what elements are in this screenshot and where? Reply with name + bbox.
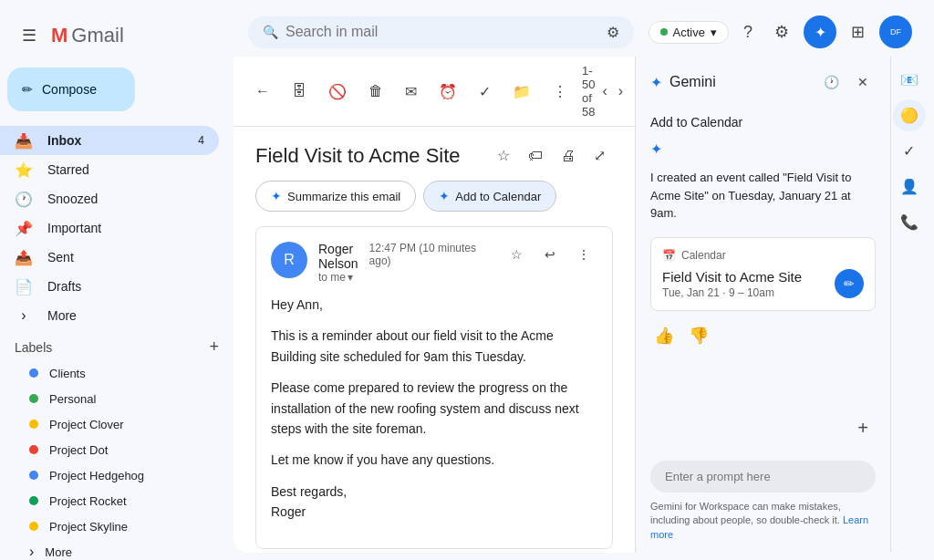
label-project-dot[interactable]: Project Dot <box>15 437 204 462</box>
gemini-action-label: Add to Calendar <box>650 115 876 130</box>
label-button[interactable]: 🏷 <box>521 141 550 170</box>
labels-more-label: More <box>45 545 72 559</box>
sidebar-item-snoozed[interactable]: 🕐 Snoozed <box>0 184 219 213</box>
topbar-right: Active ▾ ? ⚙ ✦ ⊞ DF <box>649 15 912 49</box>
sidebar: ☰ M Gmail ✏ Compose 📥 Inbox 4 ⭐ Starred … <box>0 0 234 560</box>
summarize-label: Summarize this email <box>287 190 400 203</box>
calendar-icon: 📅 <box>662 249 676 262</box>
calendar-card-header: 📅 Calendar <box>662 249 864 262</box>
move-button[interactable]: 📁 <box>505 78 538 106</box>
labels-more-button[interactable]: › More <box>15 539 219 560</box>
strip-tasks-button[interactable]: ✓ <box>896 135 922 167</box>
more-message-button[interactable]: ⋮ <box>570 242 597 267</box>
strip-keep-button[interactable]: 🟡 <box>893 99 926 131</box>
gemini-star-icon: ✦ <box>271 189 282 203</box>
label-name: Project Clover <box>49 418 124 431</box>
summarize-button[interactable]: ✦ Summarize this email <box>255 181 416 212</box>
thumbsdown-button[interactable]: 👎 <box>685 322 712 349</box>
report-button[interactable]: 🚫 <box>321 78 354 106</box>
gemini-close-button[interactable]: ✕ <box>850 67 876 97</box>
more-button[interactable]: ⋮ <box>545 78 575 106</box>
chevron-down-icon: › <box>15 307 33 324</box>
right-strip: 📧 🟡 ✓ 👤 📞 <box>890 57 927 553</box>
next-email-button[interactable]: › <box>615 79 627 103</box>
snooze-button[interactable]: ⏰ <box>431 78 464 106</box>
strip-mail-button[interactable]: 📧 <box>893 64 926 96</box>
compose-button[interactable]: ✏ Compose <box>7 67 135 111</box>
active-label: Active <box>673 26 705 39</box>
gemini-prompt-input[interactable] <box>650 461 876 493</box>
sidebar-item-starred[interactable]: ⭐ Starred <box>0 155 219 184</box>
sidebar-item-label: Important <box>47 221 101 235</box>
active-status[interactable]: Active ▾ <box>649 21 729 44</box>
edit-event-button[interactable]: ✏ <box>835 269 864 298</box>
label-project-clover[interactable]: Project Clover <box>15 411 204 437</box>
sidebar-top: ☰ M Gmail ✏ Compose <box>0 7 234 119</box>
add-label-button[interactable]: + <box>209 337 219 357</box>
add-to-calendar-button[interactable]: ✦ Add to Calendar <box>423 181 556 212</box>
strip-contacts-button[interactable]: 👤 <box>893 171 926 202</box>
thumbsup-button[interactable]: 👍 <box>650 322 678 349</box>
inbox-badge: 4 <box>198 134 204 147</box>
label-project-rocket[interactable]: Project Rocket <box>15 488 204 513</box>
help-button[interactable]: ? <box>736 16 760 49</box>
labels-section: Labels + Clients Personal Project Clover… <box>0 330 234 560</box>
email-timestamp: 12:47 PM (10 minutes ago) <box>369 242 496 267</box>
search-icon: 🔍 <box>263 25 278 39</box>
email-subject: Field Visit to Acme Site ☆ 🏷 🖨 ⤢ <box>255 141 613 170</box>
pagination: 1-50 of 58 ‹ › <box>582 64 627 119</box>
label-personal[interactable]: Personal <box>15 386 204 411</box>
print-button[interactable]: 🖨 <box>554 141 583 170</box>
archive-button[interactable]: 🗄 <box>285 78 314 105</box>
compose-icon: ✏ <box>22 82 33 97</box>
labels-header: Labels + <box>15 337 219 357</box>
gemini-history-button[interactable]: 🕐 <box>816 67 846 97</box>
disclaimer-text: Gemini for Workspace can make mistakes, … <box>650 501 841 525</box>
search-bar[interactable]: 🔍 ⚙ <box>248 16 634 48</box>
subject-icons: ☆ 🏷 🖨 ⤢ <box>490 141 613 170</box>
important-icon: 📌 <box>15 220 33 237</box>
mark-unread-button[interactable]: ✉ <box>398 78 424 106</box>
star-button[interactable]: ☆ <box>490 141 517 170</box>
back-button[interactable]: ← <box>248 78 277 105</box>
gemini-button[interactable]: ✦ <box>804 16 836 48</box>
label-name: Clients <box>49 367 86 380</box>
email-main: ← 🗄 🚫 🗑 ✉ ⏰ ✓ 📁 ⋮ 1-50 of 58 ‹ › Field V… <box>234 57 635 553</box>
sender-name: Roger Nelson <box>318 242 358 271</box>
sender-avatar: R <box>271 242 307 278</box>
label-project-skyline[interactable]: Project Skyline <box>15 513 204 539</box>
strip-meet-button[interactable]: 📞 <box>893 206 926 238</box>
gemini-body: Add to Calendar ✦ I created an event cal… <box>636 108 890 407</box>
chevron-down-icon[interactable]: ▾ <box>348 271 353 284</box>
settings-button[interactable]: ⚙ <box>767 15 796 49</box>
add-button-row: + <box>636 407 890 450</box>
label-clients[interactable]: Clients <box>15 360 204 386</box>
calendar-card-row: Field Visit to Acme Site Tue, Jan 21 · 9… <box>662 269 864 299</box>
sidebar-item-drafts[interactable]: 📄 Drafts <box>0 272 219 301</box>
sidebar-item-inbox[interactable]: 📥 Inbox 4 <box>0 126 219 155</box>
sidebar-item-label: Drafts <box>47 279 81 294</box>
menu-button[interactable]: ☰ <box>15 18 44 53</box>
expand-button[interactable]: ⤢ <box>586 141 613 170</box>
gemini-header-icons: 🕐 ✕ <box>816 67 876 97</box>
reply-inline-button[interactable]: ↩ <box>537 242 563 267</box>
sent-icon: 📤 <box>15 249 33 266</box>
sidebar-item-more[interactable]: › More <box>0 301 219 330</box>
filter-icon[interactable]: ⚙ <box>607 24 619 41</box>
sidebar-item-important[interactable]: 📌 Important <box>0 213 219 243</box>
prev-email-button[interactable]: ‹ <box>598 79 610 103</box>
delete-button[interactable]: 🗑 <box>361 78 390 105</box>
apps-button[interactable]: ⊞ <box>844 15 872 49</box>
email-container: ← 🗄 🚫 🗑 ✉ ⏰ ✓ 📁 ⋮ 1-50 of 58 ‹ › Field V… <box>234 57 927 553</box>
chevron-down-icon: ▾ <box>711 26 717 39</box>
done-button[interactable]: ✓ <box>472 78 498 106</box>
label-project-hedgehog[interactable]: Project Hedgehog <box>15 462 204 488</box>
avatar[interactable]: DF <box>879 16 912 48</box>
search-input[interactable] <box>285 24 599 40</box>
gemini-title-text: Gemini <box>669 74 716 90</box>
subject-text: Field Visit to Acme Site <box>255 144 461 168</box>
sidebar-item-sent[interactable]: 📤 Sent <box>0 243 219 272</box>
drafts-icon: 📄 <box>15 278 33 296</box>
add-button[interactable]: + <box>850 410 876 446</box>
star-message-button[interactable]: ☆ <box>503 242 530 267</box>
